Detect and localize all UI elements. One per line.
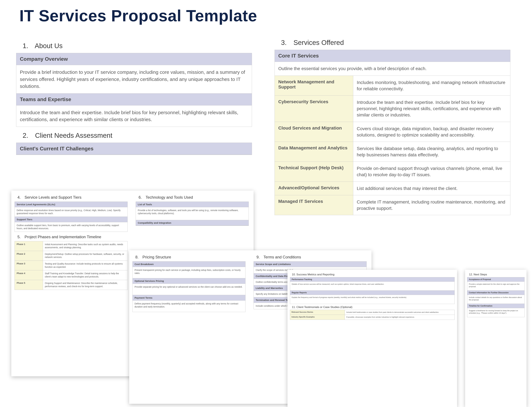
timeline-confirm-header: Timeline for Confirmation — [467, 304, 524, 308]
phase-label: Phase 2 — [15, 251, 43, 261]
payment-terms-header: Payment Terms — [133, 295, 245, 301]
testimonial-label: Industry Specific Examples — [290, 315, 345, 320]
acceptance-body: Provide a simple statement for the clien… — [467, 282, 524, 290]
testimonials-table: Relevant Success Stories Include brief t… — [290, 310, 455, 320]
service-row-desc: Introduce the team and their expertise. … — [353, 96, 510, 122]
section-3-heading: 3. Services Offered — [281, 39, 510, 47]
column-left: 1. About Us Company Overview Provide a b… — [16, 37, 252, 155]
section-4-block: Service Level Agreements (SLAs) Define r… — [15, 202, 128, 232]
section-10-block: Performance Tracking Details of how serv… — [290, 277, 455, 304]
testimonial-desc: If possible, showcase examples from simi… — [345, 315, 454, 320]
section-5-heading: 5. Project Phases and Implementation Tim… — [17, 235, 128, 239]
section-4-heading: 4. Service Levels and Support Tiers — [17, 195, 128, 200]
service-row-label: Technical Support (Help Desk) — [275, 162, 353, 181]
optional-pricing-header: Optional Services Pricing — [133, 278, 245, 284]
company-overview-header: Company Overview — [16, 53, 252, 65]
timeline-confirm-body: Suggest a timeframe for moving forward t… — [467, 308, 524, 317]
phase-desc: Deployment/Setup: Outline setup processe… — [43, 251, 128, 261]
service-row-label: Cybersecurity Services — [275, 96, 353, 122]
section-1-block: Company Overview Provide a brief introdu… — [16, 53, 252, 127]
phase-label: Phase 4 — [15, 270, 43, 280]
section-8-heading: 8. Pricing Structure — [135, 255, 245, 259]
contact-info-header: Contact Information for Further Discussi… — [467, 290, 524, 295]
testimonial-label: Relevant Success Stories — [290, 310, 345, 315]
sla-header: Service Level Agreements (SLAs) — [15, 202, 127, 207]
sla-body: Define response and resolution times bas… — [15, 207, 127, 217]
section-8-block: Cost Breakdown Present transparent prici… — [133, 261, 245, 312]
phases-table: Phase 1 Initial Assessment and Planning:… — [15, 241, 128, 290]
tools-list-body: Provide a list of technologies, software… — [136, 207, 249, 220]
support-tiers-header: Support Tiers — [15, 217, 127, 222]
core-it-services-header: Core IT Services — [275, 50, 510, 62]
phase-label: Phase 1 — [15, 241, 43, 251]
support-tiers-body: Outline available support tiers, from ba… — [15, 222, 127, 232]
section-10-heading: 10. Success Metrics and Reporting — [292, 273, 455, 276]
phase-desc: Ongoing Support and Maintenance: Describ… — [43, 280, 128, 290]
section-1-heading: 1. About Us — [23, 42, 252, 50]
contact-info-body: Include contact details for any question… — [467, 295, 524, 304]
section-3-block: Core IT Services Outline the essential s… — [274, 50, 510, 215]
teams-expertise-header: Teams and Expertise — [16, 94, 252, 105]
core-it-services-intro: Outline the essential services you provi… — [275, 62, 510, 76]
sheet-sections-10-11: 10. Success Metrics and Reporting Perfor… — [288, 270, 457, 407]
phase-label: Phase 3 — [15, 261, 43, 270]
service-row-desc: Complete IT management, including routin… — [353, 195, 510, 215]
section-9-heading: 9. Terms and Conditions — [257, 255, 367, 259]
service-row-desc: Services like database setup, data clean… — [353, 142, 510, 162]
service-row-label: Managed IT Services — [275, 195, 353, 215]
phase-desc: Initial Assessment and Planning: Describ… — [43, 241, 128, 251]
testimonial-desc: Include brief testimonials or case studi… — [345, 310, 454, 315]
service-row-label: Data Management and Analytics — [275, 142, 353, 162]
phase-desc: Testing and Quality Assurance: Include t… — [43, 261, 128, 270]
service-row-desc: Covers cloud storage, data migration, ba… — [353, 122, 510, 142]
service-row-label: Cloud Services and Migration — [275, 122, 353, 142]
page-title: IT Services Proposal Template — [19, 7, 522, 25]
regular-reports-body: Explain the frequency and format of prog… — [290, 295, 454, 304]
phase-desc: Staff Training and Knowledge Transfer: D… — [43, 270, 128, 280]
acceptance-header: Acceptance of Proposal — [467, 277, 524, 282]
service-row-desc: Includes monitoring, troubleshooting, an… — [353, 76, 510, 96]
service-row-label: Advanced/Optional Services — [275, 182, 353, 195]
teams-expertise-body: Introduce the team and their expertise. … — [16, 105, 252, 127]
section-12-block: Acceptance of Proposal Provide a simple … — [467, 277, 524, 317]
section-12-heading: 12. Next Steps — [469, 273, 524, 276]
phase-label: Phase 5 — [15, 280, 43, 290]
regular-reports-header: Regular Reports — [290, 290, 454, 295]
performance-tracking-body: Details of how service success will be m… — [290, 282, 454, 290]
payment-terms-body: Define payment frequency (monthly, quart… — [133, 301, 245, 312]
service-row-label: Network Management and Support — [275, 76, 353, 96]
service-row-desc: List additional services that may intere… — [353, 182, 510, 195]
performance-tracking-header: Performance Tracking — [290, 277, 454, 282]
scope-header: Service Scope and Limitations — [254, 261, 367, 267]
client-challenges-header: Client's Current IT Challenges — [16, 143, 252, 155]
optional-pricing-body: Provide separate pricing for any optiona… — [133, 284, 245, 295]
cost-breakdown-body: Present transparent pricing for each ser… — [133, 267, 245, 278]
section-6-block: List of Tools Provide a list of technolo… — [136, 202, 249, 226]
services-table: Network Management and Support Includes … — [275, 76, 510, 215]
compatibility-header: Compatibility and Integration — [136, 220, 249, 226]
tools-list-header: List of Tools — [136, 202, 249, 207]
section-11-heading: 11. Client Testimonials or Case Studies … — [292, 305, 455, 309]
column-right: 3. Services Offered Core IT Services Out… — [274, 34, 510, 215]
section-2-block: Client's Current IT Challenges — [16, 143, 252, 155]
company-overview-body: Provide a brief introduction to your IT … — [16, 65, 252, 94]
cost-breakdown-header: Cost Breakdown — [133, 261, 245, 267]
section-2-heading: 2. Client Needs Assessment — [23, 132, 252, 139]
sheet-section-12: 12. Next Steps Acceptance of Proposal Pr… — [465, 270, 526, 407]
section-6-heading: 6. Technology and Tools Used — [139, 195, 249, 200]
service-row-desc: Provide on-demand support through variou… — [353, 162, 510, 181]
